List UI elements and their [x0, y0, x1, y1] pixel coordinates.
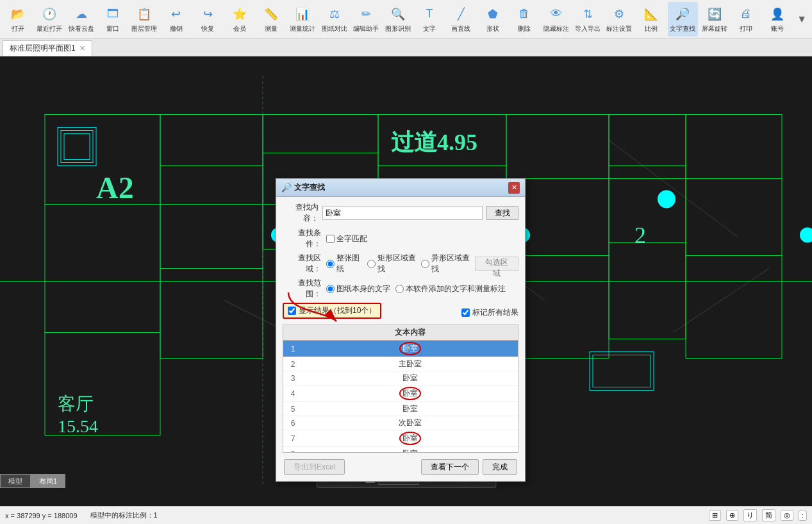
toolbar-label-edit-helper: 编辑助手 [353, 24, 379, 33]
toolbar-btn-account[interactable]: 👤账号 [763, 2, 793, 37]
table-row[interactable]: 3卧室 [283, 371, 518, 385]
table-row[interactable]: 8卧室 [283, 447, 518, 453]
show-results-checkbox[interactable] [288, 307, 296, 315]
table-row[interactable]: 6次卧室 [283, 416, 518, 430]
area-irreg-radio[interactable] [421, 260, 429, 268]
toolbar-btn-redo[interactable]: ↪快复 [192, 2, 222, 37]
show-results-highlight: 显示结果（找到10个） [283, 303, 381, 319]
toolbar-icon-stats: 📊 [294, 5, 311, 23]
scope-row: 查找范围： 图纸本身的文字 本软件添加的文字和测量标注 [283, 278, 518, 300]
toolbar-btn-undo[interactable]: ↩撤销 [161, 2, 191, 37]
status-simple-btn[interactable]: 简 [762, 509, 775, 521]
table-row[interactable]: 7卧室 [283, 430, 518, 447]
toolbar-btn-text[interactable]: T文字 [414, 2, 444, 37]
toolbar-label-print: 打印 [740, 24, 752, 33]
toolbar-btn-vip[interactable]: ⭐会员 [224, 2, 254, 37]
toolbar-label-window: 窗口 [106, 24, 119, 33]
toolbar-btn-text-find[interactable]: 🔎文字查找 [668, 2, 698, 37]
layout-tab-layout1[interactable]: 布局1 [31, 474, 65, 488]
toolbar-btn-shapes[interactable]: ⬟形状 [477, 2, 508, 37]
toolbar-icon-layers: 📋 [135, 5, 153, 23]
search-row: 查找内容： 查找 [283, 202, 518, 224]
dialog-titlebar: 🔎 文字查找 ✕ [276, 179, 525, 197]
toolbar-label-import-export: 导入导出 [575, 24, 601, 33]
search-input[interactable] [322, 206, 483, 220]
scope-app-label[interactable]: 本软件添加的文字和测量标注 [395, 283, 506, 294]
toolbar-btn-compare[interactable]: ⚖图纸对比 [319, 2, 349, 37]
table-cell-text: 卧室 [302, 385, 518, 402]
area-rect-label[interactable]: 矩形区域查找 [367, 253, 416, 275]
toolbar-btn-hide-mark[interactable]: 👁隐藏标注 [541, 2, 571, 37]
toolbar-label-mark-setting: 标注设置 [606, 24, 632, 33]
toolbar-icon-shapes: ⬟ [484, 5, 502, 23]
toolbar-btn-recognize[interactable]: 🔍图形识别 [383, 2, 413, 37]
toolbar-icon-draw-line: ╱ [452, 5, 470, 23]
done-button[interactable]: 完成 [483, 459, 517, 475]
toolbar-icon-delete: 🗑 [515, 5, 533, 23]
toolbar-btn-mark-setting[interactable]: ⚙标注设置 [604, 2, 634, 37]
table-cell-num: 8 [283, 447, 302, 453]
table-cell-text: 主卧室 [302, 357, 518, 371]
table-row[interactable]: 4卧室 [283, 385, 518, 402]
scope-app-text: 本软件添加的文字和测量标注 [406, 283, 506, 294]
text-find-dialog: 🔎 文字查找 ✕ 查找内容： 查找 查找条件： [276, 178, 526, 482]
toolbar-btn-cloud[interactable]: ☁快看云盘 [66, 2, 96, 37]
export-excel-button[interactable]: 导出到Excel [284, 459, 345, 475]
status-undo-btn[interactable]: り [743, 509, 757, 521]
toolbar-btn-layers[interactable]: 📋图层管理 [129, 2, 160, 37]
toolbar-icon-ratio: 📐 [642, 5, 660, 23]
scope-paper-radio[interactable] [326, 285, 335, 293]
status-more-btn[interactable]: : [799, 511, 807, 521]
toolbar-label-text-find: 文字查找 [670, 24, 695, 33]
dialog-close-button[interactable]: ✕ [508, 182, 520, 194]
area-rect-radio[interactable] [367, 260, 376, 268]
status-bar: x = 387299 y = 188009 模型中的标注比例：1 ⊞ ⊕ り 简… [0, 506, 812, 524]
toolbar-btn-open[interactable]: 📂打开 [3, 2, 33, 37]
layout-tab-model[interactable]: 模型 [0, 474, 31, 488]
area-whole-label[interactable]: 整张图纸 [326, 253, 362, 275]
toolbar-btn-window[interactable]: 🗔窗口 [97, 2, 128, 37]
toolbar-btn-stats[interactable]: 📊测量统计 [288, 2, 318, 37]
toolbar-label-delete: 删除 [518, 24, 531, 33]
full-match-checkbox[interactable] [326, 235, 335, 243]
table-header-content: 文本内容 [302, 325, 518, 341]
toolbar-btn-draw-line[interactable]: ╱画直线 [446, 2, 476, 37]
area-rect-text: 矩形区域查找 [377, 253, 416, 275]
table-row[interactable]: 5卧室 [283, 402, 518, 416]
mark-all-checkbox[interactable] [461, 308, 470, 317]
status-snap-btn[interactable]: ⊕ [726, 510, 738, 521]
toolbar-btn-rotate[interactable]: 🔄屏幕旋转 [699, 2, 729, 37]
status-grid-btn[interactable]: ⊞ [709, 510, 721, 521]
find-button[interactable]: 查找 [486, 206, 518, 220]
table-cell-text: 次卧室 [302, 416, 518, 430]
scope-label: 查找范围： [285, 278, 321, 300]
table-cell-text: 卧室 [302, 371, 518, 385]
full-match-label[interactable]: 全字匹配 [326, 233, 367, 244]
toolbar-btn-edit-helper[interactable]: ✏编辑助手 [351, 2, 381, 37]
toolbar-icon-cloud: ☁ [72, 5, 90, 23]
toolbar-btn-import-export[interactable]: ⇅导入导出 [572, 2, 602, 37]
document-tab[interactable]: 标准层照明平面图1 ✕ [3, 40, 92, 56]
toolbar-btn-recent[interactable]: 🕐最近打开 [34, 2, 64, 37]
next-button[interactable]: 查看下一个 [421, 459, 479, 475]
svg-text:客厅: 客厅 [58, 394, 94, 414]
toolbar-icon-recognize: 🔍 [389, 5, 407, 23]
area-irreg-text: 异形区域查找 [431, 253, 470, 275]
toolbar-icon-redo: ↪ [199, 5, 217, 23]
scope-app-radio[interactable] [395, 285, 404, 293]
toolbar-btn-ratio[interactable]: 📐比例 [636, 2, 666, 37]
toolbar-expand-btn[interactable]: ▼ [794, 11, 809, 28]
table-cell-text: 卧室 [302, 402, 518, 416]
scope-paper-label[interactable]: 图纸本身的文字 [326, 283, 390, 294]
table-row[interactable]: 2主卧室 [283, 357, 518, 371]
area-whole-radio[interactable] [326, 260, 335, 268]
toolbar-btn-delete[interactable]: 🗑删除 [510, 2, 540, 37]
area-irreg-label[interactable]: 异形区域查找 [421, 253, 470, 275]
toolbar-icon-account: 👤 [768, 5, 786, 23]
table-row[interactable]: 1卧室 [283, 341, 518, 357]
toolbar-btn-measure[interactable]: 📏测量 [256, 2, 286, 37]
toolbar-btn-print[interactable]: 🖨打印 [731, 2, 761, 37]
condition-row: 查找条件： 全字匹配 [283, 228, 518, 249]
status-circle-btn[interactable]: ◎ [781, 510, 793, 521]
tab-close-icon[interactable]: ✕ [79, 44, 85, 53]
